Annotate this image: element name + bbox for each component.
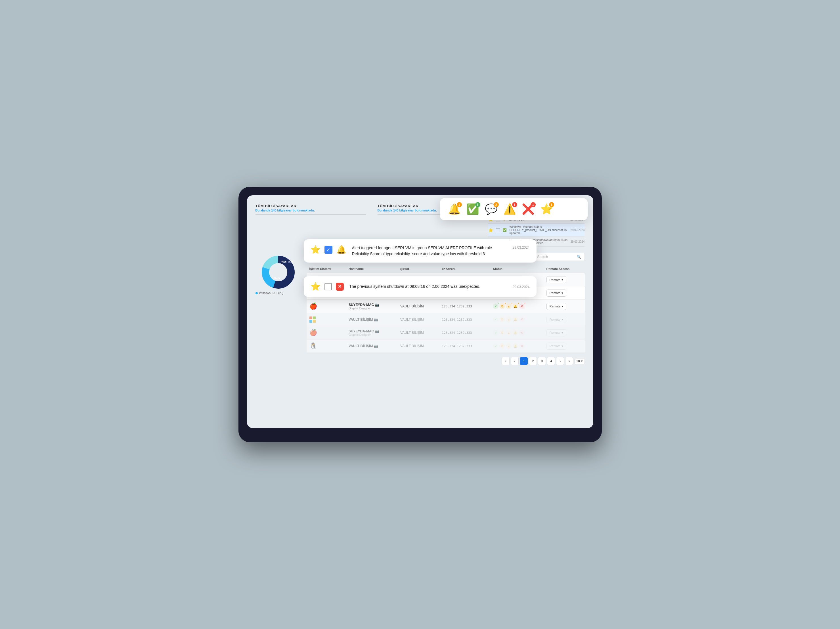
page-last[interactable]: » <box>565 357 573 365</box>
company-name: VAULT BİLİŞİM <box>400 304 424 308</box>
stat-title-left: TÜM BİLGİSAYARLAR <box>256 204 366 208</box>
shutdown-checkbox[interactable] <box>324 283 332 290</box>
device-frame: TÜM BİLGİSAYARLAR Bu alanda 140 bilgisay… <box>238 187 602 442</box>
company-cell: VAULT BİLİŞİM <box>398 326 439 339</box>
alert-bell-icon: 🔔 <box>336 245 346 254</box>
remote-button: Remote ▾ <box>546 316 567 323</box>
search-icon: 🔍 <box>577 255 581 259</box>
page-prev[interactable]: ‹ <box>511 357 519 365</box>
pct-label-lightblue: %35 <box>288 260 293 263</box>
os-cell: 🐧 <box>306 339 346 353</box>
per-page-chevron: ▾ <box>581 359 583 363</box>
middle-section: %25 %35 %55 Windows 10.1 (20) <box>256 252 585 365</box>
remote-button: Remote ▾ <box>546 329 567 336</box>
page-first[interactable]: « <box>502 357 510 365</box>
mac-icon: 🍎 <box>309 329 317 336</box>
stat-subtitle-left: Bu alanda 140 bilgisayar bulunmaktadır. <box>256 209 366 212</box>
linux-icon: 🐧 <box>309 342 317 349</box>
remote-label: Remote <box>549 318 561 321</box>
ip-cell: 125.324.1232.333 <box>439 313 490 326</box>
notif-icon-x[interactable]: ❌ 1 <box>522 203 535 215</box>
hostname-main: VAULT BİLİŞİM 📷 <box>349 318 395 322</box>
col-hostname: Hostname <box>346 265 398 273</box>
bell-count: 1 <box>457 202 462 207</box>
search-box[interactable]: Search 🔍 <box>534 253 585 261</box>
page-3[interactable]: 3 <box>538 357 546 365</box>
hostname-cell: VAULT BİLİŞİM 📷 <box>346 339 398 353</box>
notification-icons-popup: 🔔 1 ✅ 3 💬 2 ⚠️ 1 ❌ 1 ⭐ 1 <box>440 198 587 220</box>
page-next[interactable]: › <box>556 357 564 365</box>
page-1[interactable]: 1 <box>520 357 528 365</box>
notif-text-2: Windows Defender status SECURITY_product… <box>510 225 568 235</box>
remote-button[interactable]: Remote ▾ <box>546 290 567 296</box>
remote-chevron-icon: ▾ <box>562 291 563 295</box>
notif-check-icon: ✅ <box>503 228 507 232</box>
remote-button[interactable]: Remote ▾ <box>546 303 567 310</box>
status-group: ✓ 1 ⏱ 2 ▲ 1 🔔 1 ✕ 1 <box>493 303 540 309</box>
table-row: VAULT BİLİŞİM 📷 VAULT BİLİŞİM 125.324.12… <box>306 313 585 326</box>
shutdown-text: The previous system shutdown at 09:08:16… <box>349 284 507 290</box>
remote-chevron-icon: ▾ <box>562 278 563 282</box>
alert-star-icon: ⭐ <box>311 245 321 254</box>
remote-cell: Remote ▾ <box>544 326 585 339</box>
notif-icon-warning[interactable]: ⚠️ 1 <box>503 203 516 215</box>
os-cell: 🍎 <box>306 300 346 313</box>
chart-section: %25 %35 %55 Windows 10.1 (20) <box>256 252 301 365</box>
hostname-cell: SUYEYDA-MAC 📷 Graphic Designer <box>346 300 398 313</box>
hostname-cell: VAULT BİLİŞİM 📷 <box>346 313 398 326</box>
notif-date-2: 29.03.2024 <box>570 229 584 232</box>
status-icon-0: ✓ <box>493 343 499 349</box>
notif-icon-bell[interactable]: 🔔 1 <box>448 203 461 215</box>
col-ip: IP Adresi <box>439 265 490 273</box>
ip-cell: 125.324.1232.333 <box>439 300 490 313</box>
ip-cell: 125.324.1232.333 <box>439 339 490 353</box>
alert-popup-card: ⭐ ✓ 🔔 Alert triggered for agent SERI-VM … <box>304 239 537 263</box>
status-cell: ✓ ⏱ ▲ 🔔 ✕ <box>490 326 543 339</box>
pct-label-cyan: %25 <box>282 260 287 263</box>
alert-popup-icons: ⭐ ✓ 🔔 <box>311 245 346 254</box>
notif-date-3: 29.03.2024 <box>570 240 584 243</box>
status-icon-0: ✓ 1 <box>493 303 499 309</box>
hostname-main: SUYEYDA-MAC 📷 <box>349 329 395 333</box>
notif-icon-check[interactable]: ✅ 3 <box>466 203 479 215</box>
remote-label: Remote <box>549 331 561 334</box>
status-icon-3: 🔔 <box>512 317 518 322</box>
table-header-row: İşletim Sistemi Hostname Şirket IP Adres… <box>306 265 585 273</box>
status-icon-4: ✕ 1 <box>519 303 524 309</box>
ip-address: 125.324.1232.333 <box>442 344 472 348</box>
status-icon-2: ▲ <box>506 343 512 349</box>
checkbox-2[interactable] <box>496 228 500 232</box>
page-2[interactable]: 2 <box>529 357 537 365</box>
os-cell <box>306 313 346 326</box>
remote-chevron-icon: ▾ <box>562 318 563 321</box>
alert-check-icon: ✓ <box>324 246 332 254</box>
check-count: 3 <box>475 202 480 207</box>
col-company: Şirket <box>398 265 439 273</box>
status-icon-2: ▲ 1 <box>506 303 512 309</box>
notif-icon-star[interactable]: ⭐ 1 <box>540 203 553 215</box>
remote-button[interactable]: Remote ▾ <box>546 276 567 283</box>
per-page-value: 10 <box>576 359 579 363</box>
hostname-sub: Graphic Designer <box>349 333 395 336</box>
company-cell: VAULT BİLİŞİM <box>398 300 439 313</box>
status-icon-1: ⏱ <box>499 343 505 349</box>
company-name: VAULT BİLİŞİM <box>400 318 424 322</box>
windows-icon <box>309 317 316 323</box>
hostname-cell: SUYEYDA-MAC 📷 Graphic Designer <box>346 326 398 339</box>
status-group: ✓ ⏱ ▲ 🔔 ✕ <box>493 343 540 349</box>
shutdown-popup-icons: ⭐ ✕ <box>311 282 344 291</box>
hostname-main: VAULT BİLİŞİM 📷 <box>349 344 395 348</box>
notif-icon-message[interactable]: 💬 2 <box>485 203 497 215</box>
per-page-select[interactable]: 10 ▾ <box>574 358 584 364</box>
pagination: « ‹ 1 2 3 4 › » 10 ▾ <box>306 357 585 365</box>
page-4[interactable]: 4 <box>547 357 555 365</box>
status-group: ✓ ⏱ ▲ 🔔 ✕ <box>493 317 540 322</box>
warning-count: 1 <box>512 202 517 207</box>
status-group: ✓ ⏱ ▲ 🔔 ✕ <box>493 330 540 336</box>
remote-label: Remote <box>549 344 561 348</box>
status-icon-1: ⏱ <box>499 330 505 336</box>
remote-button: Remote ▾ <box>546 343 567 350</box>
legend-dot-1 <box>256 292 258 294</box>
status-icon-4: ✕ <box>519 317 524 322</box>
hostname-sub: Graphic Designer <box>349 307 395 310</box>
